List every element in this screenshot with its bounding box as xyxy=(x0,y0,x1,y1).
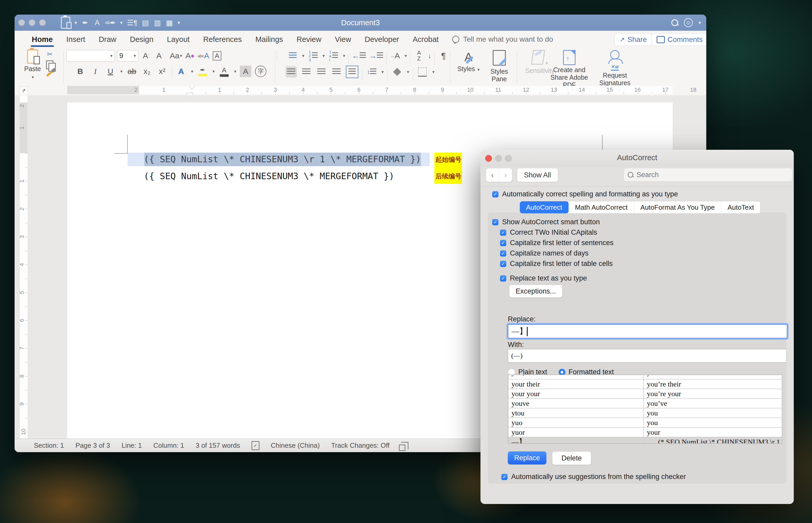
ribbon-tab[interactable]: Review xyxy=(290,31,328,48)
status-item[interactable]: Column: 1 xyxy=(153,441,184,450)
increase-indent-button[interactable]: → xyxy=(369,50,383,61)
show-all-button[interactable]: Show All xyxy=(517,168,558,182)
east-asian-layout-button[interactable]: 字 xyxy=(255,66,266,77)
zoom-button[interactable] xyxy=(505,155,512,162)
autocorrect-option-checkbox[interactable]: ✓ Capitalize first letter of sentences xyxy=(500,239,613,247)
dialog-tab[interactable]: AutoCorrect xyxy=(520,201,569,213)
dialog-tab[interactable]: Math AutoCorrect xyxy=(569,201,634,213)
ribbon-tab[interactable]: Layout xyxy=(160,31,196,48)
status-track-changes[interactable]: Track Changes: Off xyxy=(331,441,390,450)
back-button[interactable]: ‹ xyxy=(486,168,499,182)
zoom-button[interactable] xyxy=(39,19,46,26)
dialog-tab[interactable]: AutoText xyxy=(721,201,760,213)
tab-selector[interactable]: ↱ xyxy=(20,87,28,95)
character-border-button[interactable]: A xyxy=(211,50,223,61)
paste-icon[interactable] xyxy=(61,17,70,29)
sort-button[interactable]: AZ xyxy=(413,50,425,61)
align-center-button[interactable] xyxy=(300,66,312,78)
spell-check-icon[interactable]: ✓ xyxy=(252,441,259,450)
autocorrect-option-checkbox[interactable]: ✓ Capitalize first letter of table cells xyxy=(500,260,613,268)
table-row[interactable]: you;re you’re xyxy=(508,375,782,379)
chevron-down-icon[interactable]: ▾ xyxy=(323,53,325,59)
underline-button[interactable]: U xyxy=(105,66,116,77)
align-right-button[interactable] xyxy=(316,66,327,78)
table-row[interactable]: your their you’re their xyxy=(508,379,782,389)
ribbon-tab[interactable]: View xyxy=(328,31,358,48)
grow-font-button[interactable]: Aˆ xyxy=(140,50,152,61)
styles-pane-button[interactable]: Styles Pane xyxy=(485,50,514,83)
with-input[interactable] xyxy=(508,349,787,363)
delete-button[interactable]: Delete xyxy=(552,451,591,465)
chevron-down-icon[interactable]: ▾ xyxy=(120,20,123,26)
superscript-button[interactable]: x² xyxy=(156,66,168,77)
distribute-button[interactable] xyxy=(346,66,358,78)
status-language[interactable]: Chinese (China) xyxy=(271,441,320,450)
table-row[interactable]: yuor your xyxy=(508,428,782,437)
text-effects-button[interactable]: A xyxy=(176,66,187,77)
table-row[interactable]: yuo you xyxy=(508,418,782,428)
character-shading-button[interactable]: A xyxy=(240,66,251,77)
tell-me-box[interactable]: Tell me what you want to do xyxy=(452,35,553,43)
shrink-font-button[interactable]: Aˇ xyxy=(154,50,165,61)
status-item[interactable]: Page 3 of 3 xyxy=(75,441,110,450)
minimize-button[interactable] xyxy=(495,155,502,162)
table-row[interactable]: youve you’ve xyxy=(508,399,782,409)
minimize-button[interactable] xyxy=(29,19,35,26)
decrease-indent-button[interactable]: ← xyxy=(352,50,366,61)
field-code-line-2[interactable]: ({ SEQ NumList \* CHINESENUM3 \* MERGEFO… xyxy=(144,171,394,181)
comments-button[interactable]: Comments xyxy=(651,33,706,46)
horizontal-ruler[interactable]: ↱ 21 12345678910111213141516171819 xyxy=(15,86,706,95)
font-name-combo[interactable]: ▾ xyxy=(67,50,115,61)
shading-button[interactable] xyxy=(391,66,403,78)
copy-button[interactable] xyxy=(46,60,53,69)
chevron-down-icon[interactable]: ▾ xyxy=(699,20,701,26)
spelling-pen-icon[interactable]: ab✒ xyxy=(105,18,116,28)
ribbon-tab[interactable]: Developer xyxy=(358,31,406,48)
master-autocorrect-checkbox[interactable]: ✓ Automatically correct spelling and for… xyxy=(492,190,678,198)
borders-button[interactable] xyxy=(417,66,428,78)
chevron-down-icon[interactable]: ▾ xyxy=(234,69,237,74)
search-input[interactable] xyxy=(636,170,789,179)
close-button[interactable] xyxy=(485,155,492,162)
ribbon-tab[interactable]: Acrobat xyxy=(406,31,445,48)
status-item[interactable]: 3 of 157 words xyxy=(196,441,240,450)
search-icon[interactable] xyxy=(671,19,678,26)
ribbon-tab[interactable]: Insert xyxy=(60,31,92,48)
share-button[interactable]: ↗ Share xyxy=(614,33,652,46)
styles-button[interactable]: A Styles ▾ xyxy=(457,50,480,73)
font-size-combo[interactable]: 9▾ xyxy=(117,50,138,61)
status-item[interactable]: Section: 1 xyxy=(34,441,64,450)
spelling-suggestions-checkbox[interactable]: ✓ Automatically use suggestions from the… xyxy=(501,473,686,481)
replace-input[interactable] xyxy=(508,324,787,338)
table-icon[interactable]: ▦ xyxy=(166,18,173,28)
phonetic-guide-button[interactable]: abcA xyxy=(198,50,209,61)
clear-formatting-button[interactable]: A◆ xyxy=(184,50,196,61)
chevron-down-icon[interactable]: ▾ xyxy=(382,69,384,75)
font-color-button[interactable]: A xyxy=(219,66,230,77)
table-row[interactable]: your your you’re your xyxy=(508,389,782,399)
customize-toolbar-icon[interactable]: ▾ xyxy=(178,20,180,26)
align-left-button[interactable] xyxy=(285,66,297,78)
table-row[interactable]: ytou you xyxy=(508,409,782,418)
show-paragraph-marks-button[interactable]: ¶ xyxy=(438,50,449,61)
table-row[interactable]: —】 (* SEQ NumList \* CHINESENUM3 \r 1 \ xyxy=(508,437,782,444)
status-item[interactable]: Line: 1 xyxy=(122,441,142,450)
search-field[interactable] xyxy=(624,168,792,182)
chevron-down-icon[interactable]: ▾ xyxy=(74,20,77,26)
highlight-button[interactable]: ✒ xyxy=(197,66,208,77)
close-button[interactable] xyxy=(18,19,25,26)
ribbon-tab[interactable]: References xyxy=(196,31,248,48)
format-painter-icon[interactable]: ✒ xyxy=(81,18,89,28)
multilevel-list-button[interactable]: 1ai xyxy=(328,50,339,61)
ribbon-tab[interactable]: Mailings xyxy=(248,31,290,48)
chevron-down-icon[interactable]: ▾ xyxy=(302,53,304,59)
chevron-down-icon[interactable]: ▾ xyxy=(120,69,123,74)
forward-button[interactable]: › xyxy=(499,168,512,182)
replace-as-you-type-checkbox[interactable]: ✓ Replace text as you type xyxy=(500,274,587,282)
paste-button[interactable]: Paste ▾ xyxy=(23,50,42,80)
chevron-down-icon[interactable]: ▾ xyxy=(213,69,215,74)
create-adobe-pdf-button[interactable]: Create and Share Adobe PDF xyxy=(546,50,593,89)
grid-icon[interactable]: ▥ xyxy=(154,18,162,28)
autocorrect-option-checkbox[interactable]: ✓ Show AutoCorrect smart button xyxy=(492,218,600,226)
replace-button[interactable]: Replace xyxy=(508,451,546,464)
